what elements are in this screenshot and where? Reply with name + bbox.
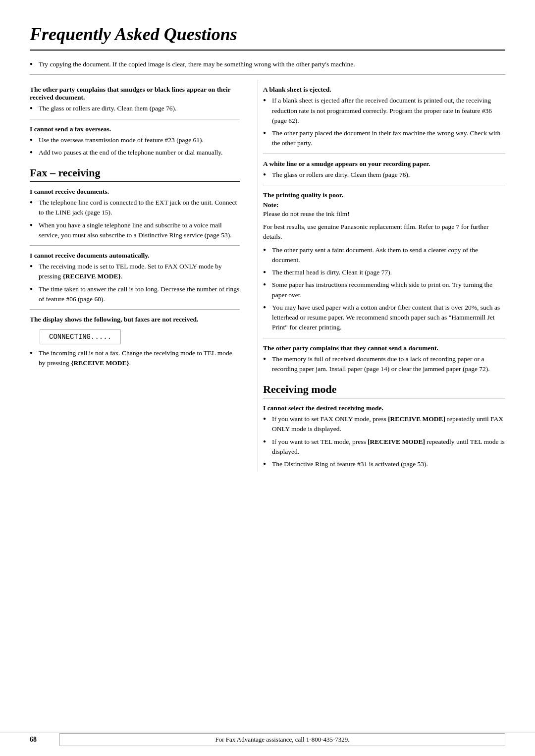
- print-quality-bullet-3: Some paper has instructions recommending…: [263, 280, 505, 300]
- footer-page-number: 68: [30, 736, 50, 744]
- cannot-receive-bullet-1: The telephone line cord is connected to …: [30, 198, 240, 218]
- select-mode-bullet-3: The Distinctive Ring of feature #31 is a…: [263, 459, 505, 469]
- overseas-bullet-1: Use the overseas transmission mode of fe…: [30, 135, 240, 145]
- section-white-line: A white line or a smudge appears on your…: [263, 160, 505, 180]
- section-select-mode: I cannot select the desired receiving mo…: [263, 404, 505, 469]
- cannot-receive-auto-bullet-1: The receiving mode is set to TEL mode. S…: [30, 262, 240, 282]
- connecting-heading: The display shows the following, but fax…: [30, 316, 240, 324]
- footer: 68 For Fax Advantage assistance, call 1-…: [0, 733, 535, 746]
- page: Frequently Asked Questions Try copying t…: [0, 0, 535, 756]
- section-other-party-send: The other party complains that they cann…: [263, 344, 505, 375]
- page-title: Frequently Asked Questions: [30, 24, 505, 51]
- section-smudges: The other party complains that smudges o…: [30, 86, 240, 113]
- white-line-bullet-1: The glass or rollers are dirty. Clean th…: [263, 170, 505, 180]
- select-mode-heading: I cannot select the desired receiving mo…: [263, 404, 505, 412]
- section-blank-sheet: A blank sheet is ejected. If a blank she…: [263, 86, 505, 148]
- print-quality-bullet-2: The thermal head is dirty. Clean it (pag…: [263, 268, 505, 277]
- section-connecting: The display shows the following, but fax…: [30, 316, 240, 369]
- white-line-heading: A white line or a smudge appears on your…: [263, 160, 505, 168]
- connecting-box: CONNECTING.....: [40, 329, 121, 344]
- footer-contact: For Fax Advantage assistance, call 1-800…: [59, 733, 505, 746]
- cannot-receive-heading: I cannot receive documents.: [30, 188, 240, 196]
- top-bullet-1: Try copying the document. If the copied …: [30, 59, 505, 69]
- receive-mode-ref-1: [RECEIVE MODE]: [388, 415, 445, 423]
- print-quality-heading: The printing quality is poor.: [263, 191, 505, 199]
- fax-receiving-heading: Fax – receiving: [30, 166, 240, 182]
- section-cannot-receive-auto: I cannot receive documents automatically…: [30, 252, 240, 304]
- blank-sheet-bullet-1: If a blank sheet is ejected after the re…: [263, 96, 505, 126]
- select-mode-bullet-1: If you want to set FAX ONLY mode, press …: [263, 414, 505, 434]
- print-quality-bullet-1: The other party sent a faint document. A…: [263, 245, 505, 266]
- receiving-mode-heading: Receiving mode: [263, 383, 505, 398]
- other-party-send-heading: The other party complains that they cann…: [263, 344, 505, 352]
- section-smudges-heading: The other party complains that smudges o…: [30, 86, 240, 102]
- right-column: A blank sheet is ejected. If a blank she…: [258, 80, 505, 472]
- section-overseas-heading: I cannot send a fax overseas.: [30, 125, 240, 133]
- left-column: The other party complains that smudges o…: [30, 80, 258, 472]
- cannot-receive-bullet-2: When you have a single telephone line an…: [30, 220, 240, 241]
- note-text2: For best results, use genuine Panasonic …: [263, 222, 505, 242]
- overseas-bullet-2: Add two pauses at the end of the telepho…: [30, 148, 240, 158]
- section-print-quality: The printing quality is poor. Note: Plea…: [263, 191, 505, 333]
- note-text1: Please do not reuse the ink film!: [263, 209, 505, 219]
- smudges-bullet-1: The glass or rollers are dirty. Clean th…: [30, 104, 240, 113]
- select-mode-bullet-2: If you want to set TEL mode, press [RECE…: [263, 437, 505, 457]
- section-overseas: I cannot send a fax overseas. Use the ov…: [30, 125, 240, 158]
- cannot-receive-auto-bullet-2: The time taken to answer the call is too…: [30, 284, 240, 305]
- blank-sheet-heading: A blank sheet is ejected.: [263, 86, 505, 94]
- print-quality-bullet-4: You may have used paper with a cotton an…: [263, 303, 505, 333]
- other-party-send-bullet-1: The memory is full of received documents…: [263, 354, 505, 375]
- receive-mode-ref-2: [RECEIVE MODE]: [368, 438, 425, 445]
- blank-sheet-bullet-2: The other party placed the document in t…: [263, 128, 505, 149]
- connecting-bullet-1: The incoming call is not a fax. Change t…: [30, 348, 240, 369]
- cannot-receive-auto-heading: I cannot receive documents automatically…: [30, 252, 240, 260]
- top-bullets: Try copying the document. If the copied …: [30, 59, 505, 69]
- two-col-layout: The other party complains that smudges o…: [30, 80, 505, 472]
- section-cannot-receive: I cannot receive documents. The telephon…: [30, 188, 240, 240]
- note-label: Note:: [263, 201, 505, 209]
